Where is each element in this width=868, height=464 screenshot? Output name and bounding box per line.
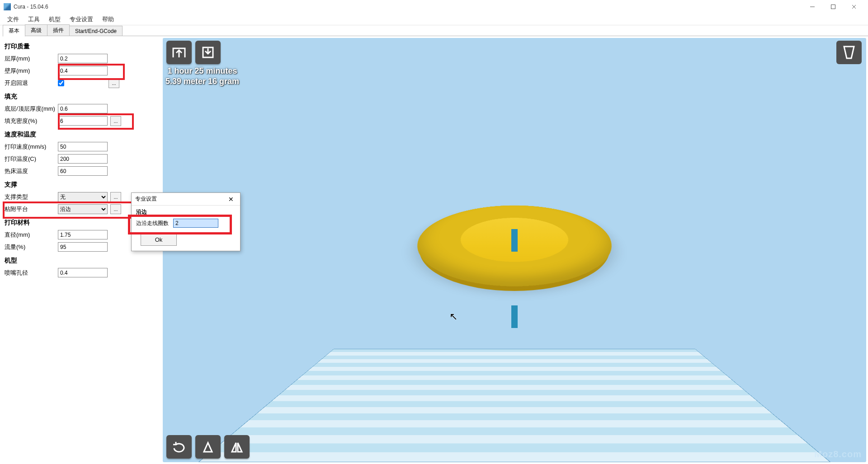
label-bed-temp: 热床温度	[5, 167, 58, 175]
select-platform-adhesion[interactable]: 沿边	[58, 204, 108, 214]
rotate-icon[interactable]	[166, 435, 192, 459]
model-notch	[511, 229, 518, 252]
input-nozzle[interactable]	[58, 268, 108, 277]
dialog-title: 专业设置	[135, 195, 157, 203]
checkbox-retraction[interactable]	[58, 80, 64, 86]
label-flow: 流量(%)	[5, 243, 58, 251]
label-wall-thickness: 壁厚(mm)	[5, 67, 58, 75]
minimize-button[interactable]	[802, 0, 823, 14]
label-retraction: 开启回退	[5, 79, 58, 87]
scale-icon[interactable]	[195, 435, 221, 459]
save-gcode-icon[interactable]	[195, 41, 221, 64]
build-plate	[198, 349, 831, 462]
label-brim-lines: 边沿走线圈数	[136, 220, 173, 227]
input-fill-density[interactable]	[58, 116, 108, 126]
tab-advanced[interactable]: 高级	[25, 24, 47, 36]
select-support-type[interactable]: 无	[58, 192, 108, 202]
svg-marker-9	[232, 443, 236, 452]
menu-expert[interactable]: 专业设置	[65, 14, 98, 24]
support-more-button[interactable]: ...	[110, 192, 121, 202]
input-diameter[interactable]	[58, 230, 108, 239]
section-support: 支撑	[5, 181, 158, 189]
input-print-temp[interactable]	[58, 154, 108, 164]
label-support-type: 支撑类型	[5, 193, 58, 201]
titlebar: Cura - 15.04.6	[0, 0, 868, 14]
menubar: 文件 工具 机型 专业设置 帮助	[0, 14, 868, 25]
viewport[interactable]: 1 hour 25 minutes 5.39 meter 16 gram ↖ M…	[163, 38, 866, 462]
menu-machine[interactable]: 机型	[44, 14, 65, 24]
load-model-icon[interactable]	[166, 41, 192, 64]
menu-file[interactable]: 文件	[3, 14, 24, 24]
app-icon	[4, 3, 11, 10]
input-print-speed[interactable]	[58, 142, 108, 151]
tabbar: 基本 高级 插件 Start/End-GCode	[0, 25, 868, 36]
label-layer-height: 层厚(mm)	[5, 55, 58, 63]
label-fill-density: 填充密度(%)	[5, 117, 58, 125]
section-fill: 填充	[5, 93, 158, 101]
watermark: Moz8.com	[814, 449, 862, 459]
section-machine: 机型	[5, 257, 158, 265]
adhesion-more-button[interactable]: ...	[110, 204, 121, 214]
section-quality: 打印质量	[5, 42, 158, 51]
menu-help[interactable]: 帮助	[98, 14, 118, 24]
mouse-cursor-icon: ↖	[449, 311, 458, 323]
fill-more-button[interactable]: ...	[110, 116, 121, 126]
svg-marker-7	[844, 47, 854, 58]
tab-plugins[interactable]: 插件	[47, 24, 70, 36]
estimate-material: 5.39 meter 16 gram	[165, 76, 239, 87]
close-button[interactable]	[844, 0, 864, 14]
dialog-close-button[interactable]: ✕	[226, 196, 236, 203]
model-notch	[511, 305, 518, 328]
retraction-more-button[interactable]: ...	[108, 78, 119, 88]
mirror-icon[interactable]	[224, 435, 250, 459]
window-title: Cura - 15.04.6	[14, 4, 48, 10]
input-flow[interactable]	[58, 242, 108, 252]
input-topbottom[interactable]	[58, 104, 108, 113]
menu-tools[interactable]: 工具	[24, 14, 44, 24]
input-layer-height[interactable]	[58, 54, 108, 63]
tab-gcode[interactable]: Start/End-GCode	[69, 26, 123, 36]
estimate-time: 1 hour 25 minutes	[165, 66, 239, 76]
input-bed-temp[interactable]	[58, 166, 108, 176]
input-wall-thickness[interactable]	[58, 66, 108, 75]
expert-settings-dialog: 专业设置 ✕ 沿边 边沿走线圈数 Ok	[131, 192, 241, 251]
section-speed-temp: 速度和温度	[5, 131, 158, 139]
input-brim-lines[interactable]	[173, 219, 218, 228]
cura-logo-icon	[836, 41, 862, 64]
print-estimate: 1 hour 25 minutes 5.39 meter 16 gram	[165, 66, 239, 86]
label-print-temp: 打印温度(C)	[5, 155, 58, 163]
label-print-speed: 打印速度(mm/s)	[5, 143, 58, 151]
tab-basic[interactable]: 基本	[3, 25, 25, 37]
dialog-subtitle: 沿边	[136, 208, 236, 216]
svg-marker-8	[204, 443, 212, 452]
label-platform-adhesion: 粘附平台	[5, 205, 58, 213]
dialog-ok-button[interactable]: Ok	[141, 233, 177, 246]
svg-rect-1	[831, 5, 835, 9]
label-nozzle: 喷嘴孔径	[5, 269, 58, 277]
label-topbottom: 底层/顶层厚度(mm)	[5, 105, 58, 113]
label-diameter: 直径(mm)	[5, 231, 58, 239]
maximize-button[interactable]	[823, 0, 844, 14]
